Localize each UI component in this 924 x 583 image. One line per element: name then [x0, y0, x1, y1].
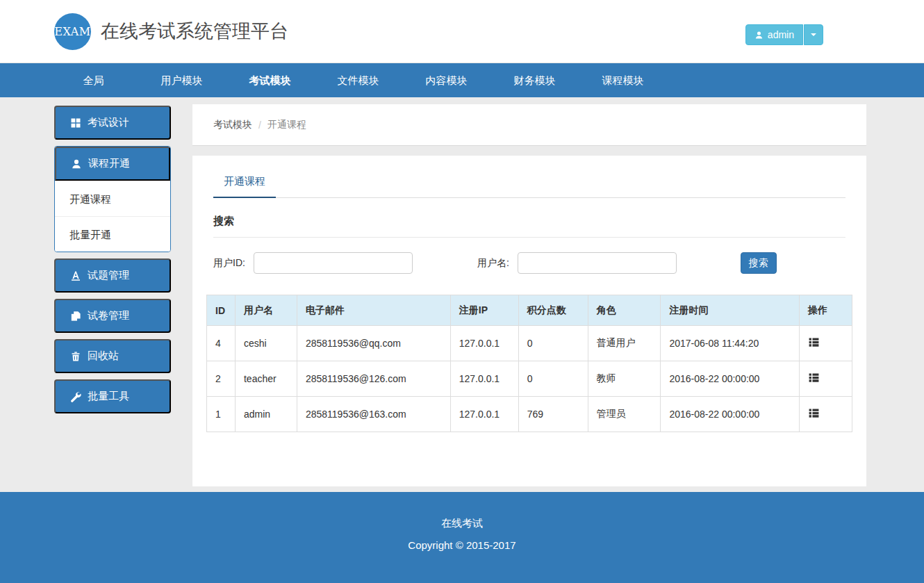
table-cell-role: 管理员	[588, 397, 661, 432]
sidebar: 考试设计课程开通开通课程批量开通试题管理试卷管理回收站批量工具	[54, 106, 171, 420]
table-cell-points: 769	[518, 397, 588, 432]
th-list-icon[interactable]	[808, 336, 820, 348]
table-cell-reg-time: 2016-08-22 00:00:00	[661, 361, 800, 397]
table-cell-reg-ip: 127.0.0.1	[450, 361, 518, 397]
tab-bar: 开通课程	[213, 175, 845, 198]
app-header: EXAM 在线考试系统管理平台 admin	[0, 0, 924, 63]
nav-item[interactable]: 文件模块	[314, 63, 402, 97]
table-row: 2teacher2858119536@126.com127.0.0.10教师20…	[207, 361, 852, 397]
main-panel: 开通课程 搜索 用户ID:用户名:搜索 ID用户名电子邮件注册IP积分点数角色注…	[192, 156, 866, 486]
search-heading: 搜索	[213, 215, 845, 238]
table-cell-role: 教师	[588, 361, 661, 397]
th-list-icon[interactable]	[808, 372, 820, 384]
table-cell-email: 2858119536@163.com	[297, 397, 450, 432]
breadcrumb-current: 开通课程	[267, 119, 306, 131]
table-header-row: ID用户名电子邮件注册IP积分点数角色注册时间操作	[207, 295, 852, 326]
table-cell-email: 2858119536@126.com	[297, 361, 450, 397]
search-form: 用户ID:用户名:搜索	[213, 252, 845, 274]
app-footer: 在线考试 Copyright © 2015-2017	[0, 492, 924, 583]
table-cell-role: 普通用户	[588, 326, 661, 361]
table-cell-username: ceshi	[235, 326, 297, 361]
sidebar-subitem[interactable]: 批量开通	[55, 216, 170, 252]
sidebar-item[interactable]: 试卷管理	[54, 299, 171, 333]
table-header-cell: 用户名	[235, 295, 297, 326]
table-cell-reg-time: 2016-08-22 00:00:00	[661, 397, 800, 432]
nav-item[interactable]: 内容模块	[402, 63, 490, 97]
table-header-cell: 注册时间	[661, 295, 800, 326]
wrench-icon	[70, 391, 81, 402]
table-cell-email: 2858119536@qq.com	[297, 326, 450, 361]
nav-item[interactable]: 全局	[49, 63, 138, 97]
table-cell-operation	[800, 361, 852, 397]
table-cell-reg-ip: 127.0.0.1	[450, 397, 518, 432]
sidebar-item-label: 试卷管理	[88, 309, 129, 322]
table-row: 4ceshi2858119536@qq.com127.0.0.10普通用户201…	[207, 326, 852, 361]
th-list-icon[interactable]	[808, 407, 820, 419]
breadcrumb-separator: /	[258, 120, 261, 131]
search-button[interactable]: 搜索	[741, 252, 777, 274]
table-header-cell: 注册IP	[450, 295, 518, 326]
top-navbar: 全局用户模块考试模块文件模块内容模块财务模块课程模块	[0, 63, 924, 97]
nav-item[interactable]: 财务模块	[490, 63, 579, 97]
user-menu-caret-button[interactable]	[804, 24, 823, 45]
sidebar-item[interactable]: 批量工具	[54, 379, 171, 413]
users-table: ID用户名电子邮件注册IP积分点数角色注册时间操作 4ceshi28581195…	[206, 295, 852, 432]
user-icon	[71, 158, 82, 170]
user-id-input[interactable]	[254, 252, 413, 274]
table-cell-points: 0	[518, 361, 588, 397]
navbar-list: 全局用户模块考试模块文件模块内容模块财务模块课程模块	[0, 63, 924, 97]
search-field-label: 用户名:	[477, 257, 509, 270]
trash-icon	[70, 351, 81, 362]
sidebar-item[interactable]: 回收站	[54, 339, 171, 373]
sidebar-item-label: 课程开通	[88, 157, 130, 170]
table-cell-reg-time: 2017-06-08 11:44:20	[661, 326, 800, 361]
nav-item[interactable]: 考试模块	[226, 63, 314, 97]
sidebar-item[interactable]: 考试设计	[54, 106, 171, 140]
table-header-cell: ID	[207, 295, 236, 326]
logo-text: EXAM	[54, 25, 90, 38]
copy-icon	[70, 311, 81, 322]
search-field-label: 用户ID:	[213, 257, 245, 270]
table-header-cell: 操作	[800, 295, 852, 326]
breadcrumb-link[interactable]: 考试模块	[213, 119, 252, 131]
breadcrumb: 考试模块/开通课程	[192, 104, 866, 146]
sidebar-item-label: 批量工具	[88, 390, 129, 403]
table-cell-operation	[800, 397, 852, 432]
user-button[interactable]: admin	[745, 24, 803, 45]
caret-down-icon	[811, 33, 816, 36]
user-button-label: admin	[768, 29, 794, 40]
tab-open-course[interactable]: 开通课程	[213, 175, 276, 198]
table-row: 1admin2858119536@163.com127.0.0.1769管理员2…	[207, 397, 852, 432]
user-icon	[754, 31, 764, 40]
table-cell-operation	[800, 326, 852, 361]
app-logo: EXAM	[54, 13, 91, 50]
th-large-icon	[70, 117, 81, 129]
table-header-cell: 积分点数	[518, 295, 588, 326]
table-cell-username: admin	[235, 397, 297, 432]
sidebar-item-label: 试题管理	[88, 269, 129, 282]
nav-item[interactable]: 课程模块	[579, 63, 667, 97]
table-cell-points: 0	[518, 326, 588, 361]
content-area: 考试设计课程开通开通课程批量开通试题管理试卷管理回收站批量工具 考试模块/开通课…	[0, 97, 924, 492]
font-icon	[70, 270, 81, 281]
brand: EXAM 在线考试系统管理平台	[54, 13, 288, 50]
table-header-cell: 电子邮件	[297, 295, 450, 326]
footer-site-name: 在线考试	[0, 517, 924, 530]
table-header-cell: 角色	[588, 295, 661, 326]
sidebar-item-label: 考试设计	[88, 116, 129, 129]
table-cell-username: teacher	[235, 361, 297, 397]
nav-item[interactable]: 用户模块	[138, 63, 226, 97]
sidebar-item-label: 回收站	[88, 350, 119, 363]
table-cell-id: 2	[207, 361, 236, 397]
sidebar-group: 课程开通开通课程批量开通	[54, 146, 171, 252]
table-cell-id: 1	[207, 397, 236, 432]
sidebar-item[interactable]: 课程开通	[55, 147, 170, 181]
user-menu: admin	[745, 24, 823, 45]
sidebar-item[interactable]: 试题管理	[54, 258, 171, 293]
page-title: 在线考试系统管理平台	[101, 19, 288, 44]
sidebar-subitem[interactable]: 开通课程	[55, 181, 170, 216]
footer-copyright: Copyright © 2015-2017	[0, 539, 924, 551]
user-name-input[interactable]	[518, 252, 677, 274]
main-column: 考试模块/开通课程 开通课程 搜索 用户ID:用户名:搜索 ID用户名电子邮件注…	[192, 104, 866, 486]
table-cell-id: 4	[207, 326, 236, 361]
